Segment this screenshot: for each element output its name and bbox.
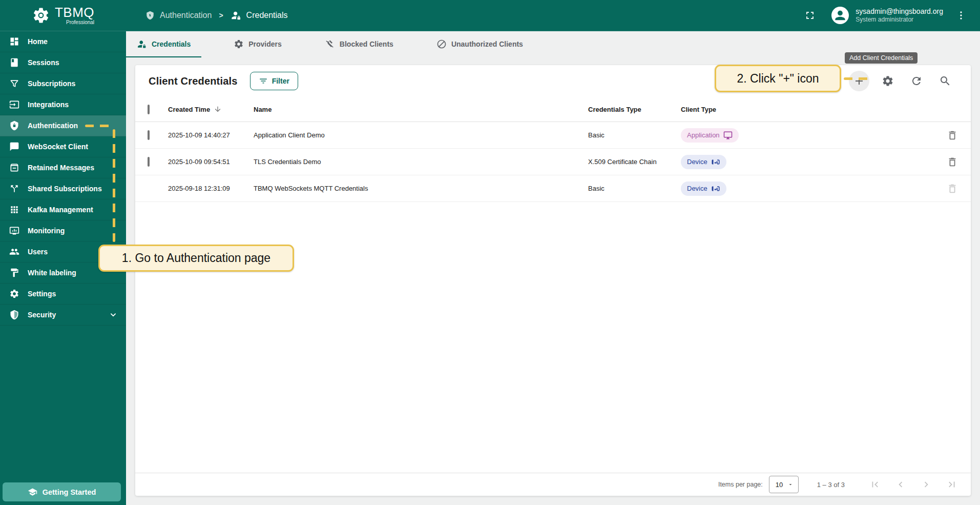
user-role: System administrator <box>856 16 943 24</box>
credentials-table: Created Time Name Credentials Type Clien… <box>135 97 971 202</box>
tab-label: Credentials <box>152 40 191 48</box>
table-row[interactable]: 2025-09-18 12:31:09 TBMQ WebSockets MQTT… <box>135 175 971 202</box>
fullscreen-icon <box>804 9 816 22</box>
sidebar-item-label: Settings <box>28 290 56 298</box>
user-info[interactable]: sysadmin@thingsboard.org System administ… <box>856 7 943 24</box>
cell-credentials-type: X.509 Certificate Chain <box>588 158 681 166</box>
tab-unauthorized-clients[interactable]: Unauthorized Clients <box>426 31 534 57</box>
brand-name: TBMQ <box>55 6 94 19</box>
top-bar: TBMQ Professional Authentication > Crede… <box>0 0 980 31</box>
search-button[interactable] <box>935 71 955 91</box>
cell-created-time: 2025-10-09 09:54:51 <box>168 158 254 166</box>
next-page-button[interactable] <box>919 477 934 492</box>
sidebar-item-label: Home <box>28 37 48 46</box>
monitor-chart-icon <box>9 225 20 236</box>
refresh-button[interactable] <box>906 71 927 91</box>
shield-lock-icon <box>145 10 155 21</box>
cell-name: TLS Credentials Demo <box>254 158 588 166</box>
brand-edition: Professional <box>55 20 94 25</box>
table-row[interactable]: 2025-10-09 09:54:51 TLS Credentials Demo… <box>135 149 971 175</box>
sidebar-item-label: Kafka Management <box>28 206 93 214</box>
delete-row-button[interactable] <box>947 156 958 168</box>
sidebar-item-integrations[interactable]: Integrations <box>0 94 126 115</box>
more-vert-icon <box>955 10 967 21</box>
sidebar-item-kafka-management[interactable]: Kafka Management <box>0 199 126 220</box>
gavel-block-icon <box>325 39 335 49</box>
filter-label: Filter <box>272 77 289 85</box>
funnel-icon <box>9 78 20 89</box>
chevron-down-icon <box>109 310 118 319</box>
sidebar-item-subscriptions[interactable]: Subscriptions <box>0 73 126 94</box>
delete-row-button[interactable] <box>947 130 958 141</box>
sidebar-item-home[interactable]: Home <box>0 31 126 52</box>
avatar[interactable] <box>831 7 849 24</box>
sidebar-item-security[interactable]: Security <box>0 305 126 326</box>
gear-icon <box>9 288 20 299</box>
columns-settings-button[interactable] <box>878 71 898 91</box>
table-toolbar <box>849 71 955 91</box>
previous-page-button[interactable] <box>893 477 908 492</box>
breadcrumb-credentials: Credentials <box>231 10 288 21</box>
tab-credentials[interactable]: Credentials <box>126 31 201 57</box>
row-checkbox[interactable] <box>148 130 150 140</box>
last-page-button[interactable] <box>944 477 960 492</box>
page-size-value: 10 <box>776 481 783 489</box>
filter-button[interactable]: Filter <box>250 72 298 90</box>
getting-started-button[interactable]: Getting Started <box>3 482 121 501</box>
chip-label: Device <box>687 158 707 166</box>
sidebar-item-label: Security <box>28 311 56 319</box>
device-icon <box>711 157 720 167</box>
breadcrumb-separator: > <box>219 11 223 19</box>
trash-icon <box>947 130 958 141</box>
sidebar-item-label: Subscriptions <box>28 79 75 88</box>
fullscreen-button[interactable] <box>802 7 818 24</box>
chip-label: Device <box>687 185 707 192</box>
shield-lock-icon <box>9 120 20 131</box>
cell-created-time: 2025-10-09 14:40:27 <box>168 131 254 139</box>
device-icon <box>711 184 720 193</box>
monitor-icon <box>723 131 733 140</box>
column-header-name[interactable]: Name <box>254 106 588 113</box>
chat-bubble-icon <box>9 141 20 152</box>
trash-icon <box>947 156 958 168</box>
add-credentials-button[interactable] <box>849 71 869 91</box>
annotation-step-2: 2. Click "+" icon <box>715 65 841 92</box>
tab-label: Unauthorized Clients <box>451 40 523 48</box>
column-header-created-time[interactable]: Created Time <box>168 106 210 113</box>
table-row[interactable]: 2025-10-09 14:40:27 Application Client D… <box>135 122 971 149</box>
client-type-chip-device: Device <box>681 155 726 169</box>
tab-label: Providers <box>248 40 282 48</box>
first-page-button[interactable] <box>867 477 883 492</box>
person-key-icon <box>137 39 147 49</box>
search-icon <box>939 75 951 87</box>
page-size-select[interactable]: 10 <box>769 476 799 493</box>
more-menu-button[interactable] <box>953 8 969 23</box>
settings-gear-icon <box>882 75 894 87</box>
delete-row-button-disabled <box>947 183 958 194</box>
breadcrumb-authentication[interactable]: Authentication <box>145 10 212 21</box>
sidebar-item-monitoring[interactable]: Monitoring <box>0 220 126 241</box>
tab-providers[interactable]: Providers <box>223 31 293 57</box>
sidebar-item-settings[interactable]: Settings <box>0 284 126 305</box>
tab-blocked-clients[interactable]: Blocked Clients <box>314 31 404 57</box>
cell-name: TBMQ WebSockets MQTT Credentials <box>254 185 588 192</box>
sidebar-item-shared-subscriptions[interactable]: Shared Subscriptions <box>0 178 126 199</box>
brand-logo: TBMQ Professional <box>0 6 126 25</box>
trash-icon <box>947 183 958 194</box>
book-icon <box>9 57 20 68</box>
sidebar-item-label: Monitoring <box>28 227 65 235</box>
sidebar-item-sessions[interactable]: Sessions <box>0 52 126 73</box>
select-all-checkbox[interactable] <box>148 105 150 114</box>
plus-icon <box>853 75 865 87</box>
annotation-step-1: 1. Go to Authentication page <box>98 245 294 272</box>
cell-credentials-type: Basic <box>588 131 681 139</box>
sidebar-item-retained-messages[interactable]: Retained Messages <box>0 157 126 178</box>
row-checkbox[interactable] <box>148 157 150 167</box>
breadcrumb-label: Authentication <box>160 11 212 20</box>
sidebar-item-label: Sessions <box>28 58 59 67</box>
column-header-credentials-type[interactable]: Credentials Type <box>588 106 681 113</box>
sort-desc-icon[interactable] <box>214 105 222 113</box>
paginator: Items per page: 10 1 – 3 of 3 <box>135 473 971 496</box>
sidebar-item-websocket-client[interactable]: WebSocket Client <box>0 136 126 157</box>
column-header-client-type[interactable]: Client Type <box>681 106 934 113</box>
